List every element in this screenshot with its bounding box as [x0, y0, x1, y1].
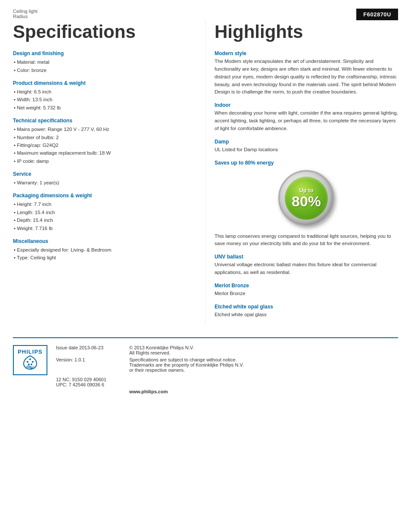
unv-ballast-text: Universal voltage electronic ballast mak… — [215, 261, 398, 277]
philips-logo-icon — [22, 355, 39, 372]
svg-point-2 — [32, 361, 34, 363]
highlights-column: Highlights Modern style The Modern style… — [206, 20, 398, 324]
energy-badge: Up to 80% — [278, 170, 334, 226]
packaging-section: Packaging dimensions & weight Height: 7.… — [13, 193, 197, 232]
footer: PHILIPS Issue date 2013-06-23 © 2013 Kon… — [13, 337, 398, 403]
etched-glass-title: Etched white opal glass — [215, 304, 398, 310]
miscellaneous-title: Miscellaneous — [13, 238, 197, 244]
energy-inner: Up to 80% — [285, 177, 328, 220]
miscellaneous-section: Miscellaneous Especially designed for: L… — [13, 238, 197, 262]
product-info: Ceiling light Radius — [13, 9, 37, 19]
spec-item: Number of bulbs: 2 — [13, 134, 197, 141]
highlights-title: Highlights — [215, 22, 398, 42]
spec-item: Height: 6.5 inch — [13, 88, 197, 96]
etched-glass-section: Etched white opal glass Etched white opa… — [215, 304, 398, 319]
damp-section: Damp UL Listed for Damp locations — [215, 139, 398, 154]
spec-item: Length: 15.4 inch — [13, 208, 197, 216]
footer-nc-upc: 12 NC: 9150 029 40601 UPC: 7 42546 09036… — [56, 377, 125, 387]
specs-right-cols: Service Warranty: 1 year(s) Packaging di… — [13, 171, 197, 268]
spec-item: Mains power: Range 120 V - 277 V, 60 Hz — [13, 125, 197, 133]
spec-item: Net weight: 5.732 lb — [13, 104, 197, 112]
spec-item: IP code: damp — [13, 157, 197, 165]
product-dimensions-title: Product dimensions & weight — [13, 80, 197, 86]
indoor-section: Indoor When decorating your home with li… — [215, 102, 398, 132]
energy-title: Saves up to 80% energy — [215, 160, 398, 166]
main-content: Specifications Design and finishing Mate… — [0, 20, 411, 324]
energy-section: Saves up to 80% energy Up to 80% This la… — [215, 160, 398, 248]
spec-item: Warranty: 1 year(s) — [13, 179, 197, 187]
spec-item: Especially designed for: Living- & Bedro… — [13, 246, 197, 254]
spec-item: Fitting/cap: G24Q2 — [13, 141, 197, 149]
modern-style-text: The Modern style encapsulates the art of… — [215, 58, 398, 96]
spec-item: Weight: 7.716 lb — [13, 224, 197, 232]
energy-text: This lamp conserves energy compared to t… — [215, 233, 398, 248]
footer-version-label: Version: 1.0.1 — [56, 357, 125, 373]
damp-text: UL Listed for Damp locations — [215, 146, 398, 154]
spec-item: Material: metal — [13, 58, 197, 66]
spec-item: Width: 13.5 inch — [13, 96, 197, 103]
technical-specs-title: Technical specifications — [13, 118, 197, 124]
merlot-bronze-text: Merlot Bronze — [215, 290, 398, 298]
energy-percent-text: 80% — [292, 194, 321, 208]
footer-issue-label: Issue date 2013-06-23 — [56, 345, 125, 355]
service-title: Service — [13, 171, 197, 177]
footer-copyright: © 2013 Koninklijke Philips N.V. All Righ… — [129, 345, 398, 355]
svg-point-0 — [29, 358, 31, 360]
etched-glass-text: Etched white opal glass — [215, 311, 398, 319]
indoor-title: Indoor — [215, 102, 398, 108]
svg-point-3 — [28, 364, 30, 365]
svg-point-1 — [27, 361, 28, 363]
unv-ballast-section: UNV ballast Universal voltage electronic… — [215, 254, 398, 277]
spec-item: Maximum wattage replacement bulb: 18 W — [13, 149, 197, 157]
specs-title: Specifications — [13, 22, 197, 42]
design-finishing-section: Design and finishing Material: metal Col… — [13, 50, 197, 74]
modern-style-section: Modern style The Modern style encapsulat… — [215, 50, 398, 96]
spec-item: Depth: 15.4 inch — [13, 216, 197, 224]
philips-logo-text: PHILIPS — [18, 348, 43, 355]
model-badge: F602870U — [356, 9, 398, 20]
design-finishing-title: Design and finishing — [13, 50, 197, 56]
damp-title: Damp — [215, 139, 398, 145]
footer-meta: Issue date 2013-06-23 © 2013 Koninklijke… — [56, 345, 398, 394]
unv-ballast-title: UNV ballast — [215, 254, 398, 260]
spec-item: Height: 7.7 inch — [13, 200, 197, 208]
technical-specs-section: Technical specifications Mains power: Ra… — [13, 118, 197, 165]
footer-disclaimer: Specifications are subject to change wit… — [129, 357, 398, 373]
product-dimensions-section: Product dimensions & weight Height: 6.5 … — [13, 80, 197, 112]
specifications-column: Specifications Design and finishing Mate… — [13, 20, 206, 324]
modern-style-title: Modern style — [215, 50, 398, 56]
spec-item: Color: bronze — [13, 66, 197, 74]
page-header: Ceiling light Radius F602870U — [0, 0, 411, 20]
product-name: Radius — [13, 14, 37, 19]
energy-badge-container: Up to 80% — [215, 170, 398, 226]
svg-point-4 — [31, 364, 32, 365]
product-type: Ceiling light — [13, 9, 37, 14]
service-section: Service Warranty: 1 year(s) — [13, 171, 197, 187]
philips-logo: PHILIPS — [13, 345, 47, 375]
specs-right-col: Service Warranty: 1 year(s) Packaging di… — [13, 171, 197, 268]
footer-website: www.philips.com — [129, 389, 398, 394]
packaging-title: Packaging dimensions & weight — [13, 193, 197, 199]
merlot-bronze-title: Merlot Bronze — [215, 283, 398, 289]
merlot-bronze-section: Merlot Bronze Merlot Bronze — [215, 283, 398, 298]
spec-item: Type: Ceiling light — [13, 254, 197, 261]
indoor-text: When decorating your home with light, co… — [215, 109, 398, 132]
